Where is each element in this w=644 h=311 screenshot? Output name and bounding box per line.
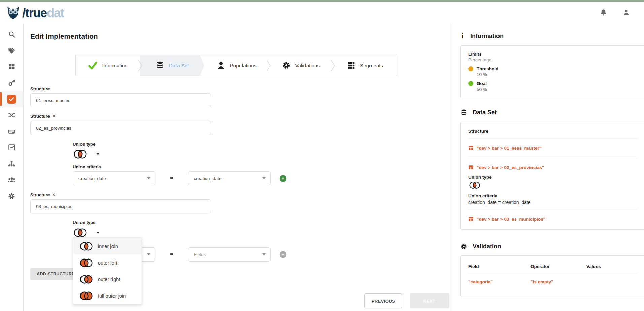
validation-operator: "is empty" [530,279,586,284]
validation-box: Field Operator Values "categoria" "is em… [460,255,644,297]
union-criteria-label: Union criteria [73,164,286,169]
summary-panel: i Information Limits Percentage Threshol… [451,24,644,311]
union-criteria-label: Union criteria [468,193,638,198]
chevron-down-icon [96,153,100,155]
sitemap-icon [8,160,15,168]
union-type-dropdown: inner join outer left outer right [73,237,142,305]
check-icon [88,61,97,70]
information-header: i Information [460,32,644,40]
union-type-select-open[interactable] [73,227,103,238]
search-icon [8,31,15,38]
database-icon [156,61,164,70]
users-icon [8,176,16,184]
goal-value: 50 % [477,87,638,92]
venn-inner-join-icon [468,181,481,190]
sidebar-item-sources[interactable] [0,123,23,139]
sidebar-item-quality[interactable] [0,91,23,107]
goal-label: Goal [477,81,487,86]
structure-input-1[interactable]: 01_eess_master [30,93,211,107]
sidebar-item-dashboard[interactable] [0,59,23,75]
structure-input-2[interactable]: 02_es_provincias [30,121,211,135]
sidebar-item-taxonomy[interactable] [0,156,23,172]
right-field-select[interactable]: Fields [188,247,270,262]
left-field-select[interactable]: creation_date [73,171,155,185]
user-icon[interactable] [622,9,631,17]
grid-icon [8,63,15,70]
tab-information[interactable]: Information [76,55,140,76]
gear-icon [460,243,468,250]
grid9-icon [347,61,355,70]
remove-structure-icon[interactable]: ✕ [52,193,55,197]
validation-table-row: "categoria" "is empty" [468,274,638,288]
union-type-select[interactable] [73,149,103,160]
sidebar-item-search[interactable] [0,26,23,42]
menu-item-outer-left[interactable]: outer left [73,254,142,271]
shuffle-icon [8,111,15,119]
tab-segments[interactable]: Segments [333,55,397,76]
goal-dot-icon [468,81,473,86]
union-type-label: Union type [73,220,286,225]
dataset-form: Structure 01_eess_master Structure ✕ 02_… [30,86,286,280]
tab-data-set[interactable]: Data Set [140,55,204,76]
union-type-label: Union type [468,175,638,180]
tab-populations[interactable]: Populations [204,55,269,76]
venn-full-outer-join-icon [79,290,94,301]
menu-item-full-outer-join[interactable]: full outer join [73,287,142,304]
logo-text: /truedat [22,7,64,19]
left-sidebar [0,24,24,311]
sidebar-item-tags[interactable] [0,42,23,59]
limits-label: Limits [468,51,638,57]
check-square-icon [7,95,16,104]
sidebar-item-settings[interactable] [0,188,23,204]
menu-item-inner-join[interactable]: inner join [73,238,142,254]
tab-label: Information [102,63,127,68]
venn-inner-join-icon [79,241,94,252]
right-field-select[interactable]: creation_date [188,171,270,185]
limits-scale: Percentage [468,57,638,62]
validation-field: "categoria" [468,279,530,284]
main-content: Edit Implementation Information [24,24,451,311]
sidebar-item-dashboards[interactable] [0,139,23,156]
chevron-down-icon [96,232,100,234]
sidebar-item-lineage[interactable] [0,107,23,123]
tab-label: Populations [230,63,256,68]
validation-table-header: Field Operator Values [468,263,638,274]
venn-outer-left-icon [79,257,94,268]
info-icon: i [460,32,465,40]
tab-label: Validations [295,63,320,68]
dataset-box: Structure "dev > bar > 01_eess_master" [460,122,644,230]
chevron-down-icon [147,177,150,179]
key-icon [8,79,15,87]
chevron-down-icon [147,253,150,255]
hard-drive-icon [8,128,15,135]
add-criteria-icon[interactable]: + [280,175,286,182]
chart-line-icon [8,144,15,151]
union-criteria-value: creation_date = creation_date [468,200,638,205]
database-icon [460,109,468,116]
tab-label: Segments [360,63,383,68]
tab-validations[interactable]: Validations [268,55,333,76]
chevron-down-icon [262,253,266,255]
table-icon [468,216,474,222]
structure-label: Structure [30,86,286,91]
bell-icon[interactable] [600,9,608,17]
structure-link-1[interactable]: "dev > bar > 01_eess_master" [468,145,638,151]
venn-outer-right-icon [79,274,94,285]
add-criteria-icon[interactable]: + [280,251,286,258]
sidebar-item-user-groups[interactable] [0,172,23,188]
structure-input-3[interactable]: 03_es_municipios [30,199,211,213]
information-box: Limits Percentage Threshold 10 % Goal 50… [460,45,644,98]
truedat-logo[interactable]: /truedat [6,6,64,20]
structure-link-2[interactable]: "dev > bar > 02_es_provincias" [468,165,638,170]
threshold-label: Threshold [477,66,498,71]
union-block-2: Union type Union criteria creation_date … [73,142,286,185]
validation-header: Validation [460,243,644,250]
wizard-steps: Information Data Set [75,55,397,76]
structure-link-3[interactable]: "dev > bar > 03_es_municipios" [468,216,638,222]
previous-button[interactable]: PREVIOUS [364,293,402,308]
tags-icon [8,47,15,55]
menu-item-outer-right[interactable]: outer right [73,271,142,287]
sidebar-item-permissions[interactable] [0,75,23,91]
next-button[interactable]: NEXT [410,293,449,308]
remove-structure-icon[interactable]: ✕ [52,114,55,118]
